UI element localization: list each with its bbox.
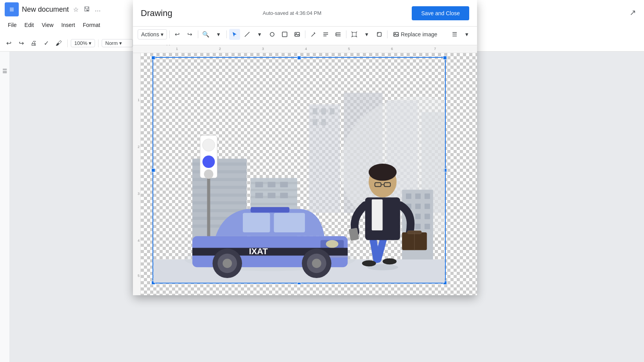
modal-autosave: Auto-saved at 4:36:04 PM bbox=[263, 10, 321, 16]
zoom-draw-btn[interactable]: 🔍 bbox=[201, 29, 212, 40]
spellcheck-btn[interactable]: ✓ bbox=[41, 38, 52, 49]
select-tool-btn[interactable] bbox=[229, 29, 240, 40]
sep-4 bbox=[305, 30, 305, 38]
ruler-mark-6: 6 bbox=[391, 47, 393, 51]
menu-edit[interactable]: Edit bbox=[22, 20, 37, 30]
svg-rect-49 bbox=[280, 193, 288, 198]
svg-line-0 bbox=[245, 32, 249, 37]
menu-file[interactable]: File bbox=[5, 20, 20, 30]
image-insert-btn[interactable] bbox=[292, 29, 303, 40]
svg-rect-91 bbox=[372, 199, 383, 230]
city-illustration: IXAT bbox=[153, 58, 445, 283]
text-box-btn[interactable] bbox=[279, 29, 290, 40]
svg-rect-46 bbox=[280, 182, 288, 187]
format-paint-btn[interactable]: 🖌 bbox=[53, 38, 64, 49]
ruler-mark-3: 3 bbox=[262, 47, 264, 51]
zoom-control[interactable]: 100% ▾ bbox=[71, 39, 95, 47]
svg-rect-62 bbox=[425, 224, 430, 229]
svg-rect-53 bbox=[425, 194, 430, 199]
redo-btn[interactable]: ↪ bbox=[16, 38, 27, 49]
menu-format[interactable]: Format bbox=[80, 20, 103, 30]
text-align-btn[interactable] bbox=[320, 29, 331, 40]
drawing-canvas[interactable]: IXAT bbox=[141, 53, 477, 295]
ruler-mark-7: 7 bbox=[434, 47, 436, 51]
print-btn[interactable]: 🖨 bbox=[28, 38, 39, 49]
line-tool-btn[interactable] bbox=[242, 29, 253, 40]
svg-rect-45 bbox=[268, 182, 276, 187]
modal-toolbar: Actions ▾ ↩ ↪ 🔍 ▾ ▾ bbox=[133, 27, 477, 45]
ruler-mark-4: 4 bbox=[305, 47, 307, 51]
ruler-mark-left-1: 1 bbox=[138, 98, 140, 102]
undo-draw-btn[interactable]: ↩ bbox=[172, 29, 183, 40]
replace-image-button[interactable]: Replace image bbox=[390, 30, 440, 39]
docs-logo: ≡ bbox=[5, 2, 19, 16]
left-sidebar: ☰ bbox=[0, 52, 9, 362]
right-panel bbox=[477, 0, 644, 362]
line-chevron-btn[interactable]: ▾ bbox=[254, 29, 265, 40]
svg-rect-52 bbox=[415, 194, 421, 199]
list-chevron-btn[interactable]: ▾ bbox=[461, 29, 472, 40]
list-btn[interactable]: ☰ bbox=[449, 29, 460, 40]
ruler-mark-5: 5 bbox=[348, 47, 350, 51]
save-close-button[interactable]: Save and Close bbox=[412, 6, 469, 20]
undo-btn[interactable]: ↩ bbox=[3, 38, 14, 49]
svg-rect-61 bbox=[415, 224, 421, 229]
svg-rect-21 bbox=[313, 108, 318, 114]
svg-text:IXAT: IXAT bbox=[249, 247, 268, 257]
svg-rect-32 bbox=[192, 194, 247, 197]
star-icon[interactable]: ☆ bbox=[72, 5, 80, 13]
svg-rect-51 bbox=[406, 194, 411, 199]
sep-5 bbox=[346, 30, 346, 38]
actions-label: Actions bbox=[141, 31, 159, 37]
svg-point-80 bbox=[222, 259, 232, 268]
actions-chevron-icon: ▾ bbox=[161, 31, 163, 37]
document-title: New document bbox=[22, 5, 69, 14]
svg-rect-41 bbox=[251, 203, 297, 205]
outline-icon[interactable]: ☰ bbox=[1, 67, 9, 75]
ruler-mark-1: 1 bbox=[176, 47, 178, 51]
more-icon[interactable]: … bbox=[94, 5, 102, 13]
transform-btn[interactable] bbox=[349, 29, 360, 40]
style-control[interactable]: Norm ▾ bbox=[102, 39, 133, 47]
svg-rect-71 bbox=[251, 207, 289, 212]
ruler-mark-left-5: 5 bbox=[138, 274, 140, 278]
style-chevron: ▾ bbox=[119, 40, 122, 46]
actions-button[interactable]: Actions ▾ bbox=[138, 29, 167, 39]
zoom-value: 100% bbox=[74, 40, 87, 46]
replace-image-label: Replace image bbox=[401, 31, 437, 37]
pen-tool-btn[interactable] bbox=[308, 29, 319, 40]
selected-image-container[interactable]: IXAT bbox=[152, 57, 446, 284]
ruler-mark-left-2: 2 bbox=[138, 145, 140, 149]
style-value: Norm bbox=[105, 40, 118, 46]
svg-rect-30 bbox=[192, 178, 247, 181]
svg-rect-47 bbox=[255, 193, 263, 198]
svg-rect-73 bbox=[274, 213, 305, 232]
svg-rect-23 bbox=[330, 108, 334, 114]
cloud-save-icon[interactable]: 🖫 bbox=[83, 5, 91, 13]
toolbar-sep-2 bbox=[98, 39, 99, 47]
transform-chevron-btn[interactable]: ▾ bbox=[361, 29, 372, 40]
svg-rect-72 bbox=[243, 213, 270, 232]
crop-btn[interactable] bbox=[374, 29, 385, 40]
redo-draw-btn[interactable]: ↪ bbox=[185, 29, 196, 40]
svg-rect-2 bbox=[282, 32, 287, 37]
svg-rect-56 bbox=[425, 203, 430, 209]
more-align-btn[interactable] bbox=[333, 29, 344, 40]
sep-6 bbox=[387, 30, 387, 38]
svg-rect-24 bbox=[313, 119, 318, 125]
svg-point-1 bbox=[270, 32, 274, 36]
modal-canvas: 1 2 3 4 5 6 7 1 2 3 4 5 bbox=[133, 45, 477, 295]
menu-insert[interactable]: Insert bbox=[58, 20, 78, 30]
svg-rect-22 bbox=[321, 108, 326, 114]
svg-rect-58 bbox=[415, 214, 421, 219]
zoom-chevron-btn[interactable]: ▾ bbox=[213, 29, 224, 40]
menu-view[interactable]: View bbox=[39, 20, 57, 30]
ruler-mark-2: 2 bbox=[219, 47, 221, 51]
zoom-chevron: ▾ bbox=[89, 40, 91, 46]
sep-3 bbox=[226, 30, 227, 38]
svg-point-83 bbox=[312, 259, 321, 268]
trend-icon[interactable]: ↗ bbox=[630, 8, 636, 17]
svg-rect-12 bbox=[352, 32, 356, 36]
shape-tool-btn[interactable] bbox=[267, 29, 278, 40]
svg-rect-55 bbox=[415, 203, 421, 209]
